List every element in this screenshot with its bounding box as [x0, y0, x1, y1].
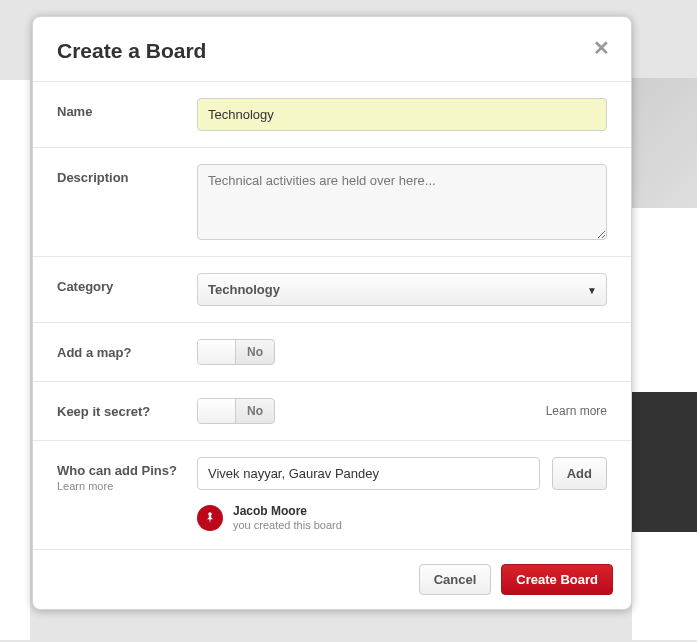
creator-name: Jacob Moore — [233, 504, 342, 519]
keep-secret-toggle[interactable]: No — [197, 398, 275, 424]
category-select[interactable]: Technology — [197, 273, 607, 306]
add-collaborator-button[interactable]: Add — [552, 457, 607, 490]
modal-title: Create a Board — [57, 39, 607, 63]
board-description-input[interactable]: Technical activities are held over here.… — [197, 164, 607, 240]
background-right-thumb-bottom — [632, 392, 697, 532]
row-name: Name — [33, 81, 631, 147]
close-icon[interactable]: ✕ — [589, 37, 613, 61]
label-name: Name — [57, 98, 197, 119]
pin-icon — [197, 505, 223, 531]
toggle-knob — [198, 399, 236, 423]
create-board-modal: Create a Board ✕ Name Description Techni… — [32, 16, 632, 610]
collaborators-input[interactable] — [197, 457, 540, 490]
label-who-can-add-pins: Who can add Pins? Learn more — [57, 457, 197, 492]
background-right-thumb-top — [632, 78, 697, 208]
row-category: Category Technology ▼ — [33, 256, 631, 322]
label-keep-secret: Keep it secret? — [57, 398, 197, 419]
label-category: Category — [57, 273, 197, 294]
modal-header: Create a Board ✕ — [33, 17, 631, 81]
pins-learn-more-link[interactable]: Learn more — [57, 480, 197, 492]
row-add-map: Add a map? No — [33, 322, 631, 381]
add-map-toggle[interactable]: No — [197, 339, 275, 365]
cancel-button[interactable]: Cancel — [419, 564, 492, 595]
toggle-label-no: No — [236, 340, 274, 364]
board-creator-row: Jacob Moore you created this board — [197, 504, 607, 533]
background-left-card — [0, 80, 30, 640]
secret-learn-more-link[interactable]: Learn more — [546, 404, 607, 418]
label-add-map: Add a map? — [57, 339, 197, 360]
board-name-input[interactable] — [197, 98, 607, 131]
row-keep-secret: Keep it secret? No Learn more — [33, 381, 631, 440]
creator-subtext: you created this board — [233, 519, 342, 533]
toggle-label-no: No — [236, 399, 274, 423]
modal-footer: Cancel Create Board — [33, 549, 631, 609]
create-board-button[interactable]: Create Board — [501, 564, 613, 595]
row-description: Description Technical activities are hel… — [33, 147, 631, 256]
row-who-can-add-pins: Who can add Pins? Learn more Add Jacob M… — [33, 440, 631, 549]
toggle-knob — [198, 340, 236, 364]
label-description: Description — [57, 164, 197, 185]
label-text: Who can add Pins? — [57, 463, 177, 478]
